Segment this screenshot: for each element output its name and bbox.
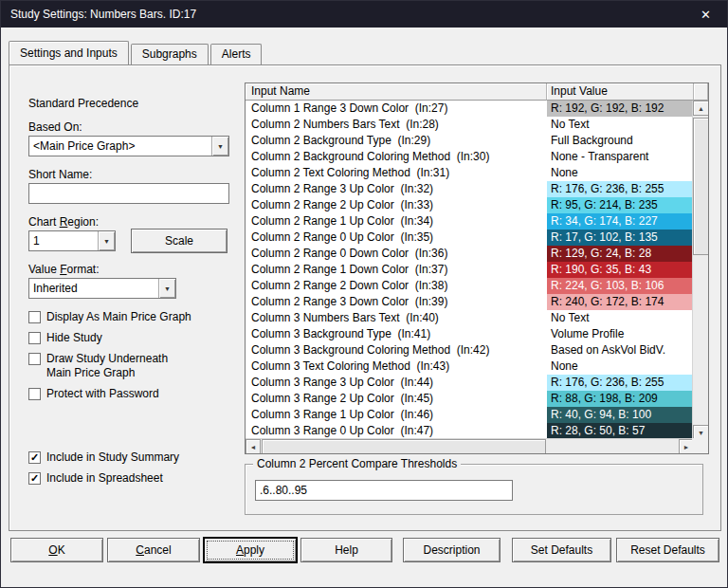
- tab-settings-and-inputs[interactable]: Settings and Inputs: [9, 41, 129, 64]
- horizontal-scrollbar[interactable]: ◄ ►: [246, 438, 694, 453]
- input-value-color-swatch: R: 34, G: 174, B: 227: [547, 213, 694, 230]
- checkbox-unchecked-icon[interactable]: [28, 311, 41, 323]
- based-on-value: <Main Price Graph>: [29, 139, 211, 153]
- input-row[interactable]: Column 2 Range 0 Down Color (In:36)R: 12…: [246, 246, 694, 262]
- tab-alerts[interactable]: Alerts: [210, 44, 263, 64]
- checkbox-checked-icon[interactable]: ✓: [28, 451, 41, 464]
- checkbox-display-as-main-price-graph[interactable]: Display As Main Price Graph: [28, 310, 232, 324]
- checkbox-checked-icon[interactable]: ✓: [28, 472, 41, 485]
- cancel-button[interactable]: Cancel: [107, 538, 200, 562]
- based-on-select[interactable]: <Main Price Graph> ▼: [28, 136, 229, 156]
- horizontal-scroll-thumb[interactable]: [262, 439, 546, 454]
- input-value-color-swatch: R: 17, G: 102, B: 135: [547, 230, 694, 246]
- input-row[interactable]: Column 2 Range 2 Up Color (In:33)R: 95, …: [246, 197, 694, 213]
- input-value-color-swatch: R: 129, G: 24, B: 28: [547, 246, 694, 262]
- input-row[interactable]: Column 2 Text Coloring Method (In:31)Non…: [246, 165, 694, 181]
- titlebar[interactable]: Study Settings: Numbers Bars. ID:17 ✕: [1, 1, 727, 28]
- checkbox-include-in-spreadsheet[interactable]: ✓Include in Spreadsheet: [28, 471, 232, 486]
- input-name-cell: Column 2 Range 0 Up Color (In:35): [246, 230, 547, 246]
- chart-region-select[interactable]: 1 ▼: [28, 230, 116, 251]
- reset-defaults-button[interactable]: Reset Defaults: [616, 538, 719, 562]
- input-row[interactable]: Column 3 Background Coloring Method (In:…: [246, 342, 694, 358]
- chart-region-value: 1: [29, 234, 98, 248]
- input-name-cell: Column 2 Range 2 Down Color (In:38): [246, 278, 547, 294]
- input-row[interactable]: Column 3 Numbers Bars Text (In:40)No Tex…: [246, 310, 694, 326]
- apply-button[interactable]: Apply: [204, 538, 297, 562]
- tab-subgraphs[interactable]: Subgraphs: [131, 44, 209, 64]
- description-button[interactable]: Description: [403, 538, 500, 562]
- input-row[interactable]: Column 3 Range 3 Up Color (In:44)R: 176,…: [246, 375, 694, 391]
- chevron-down-icon[interactable]: ▼: [98, 231, 115, 250]
- input-row[interactable]: Column 2 Range 2 Down Color (In:38)R: 22…: [246, 278, 694, 294]
- input-value-cell: No Text: [547, 117, 694, 133]
- checkbox-label: Hide Study: [46, 331, 102, 345]
- input-name-header[interactable]: Input Name: [246, 83, 547, 101]
- value-format-select[interactable]: Inherited ▼: [28, 278, 176, 299]
- checkbox-unchecked-icon[interactable]: [28, 388, 41, 400]
- input-row[interactable]: Column 1 Range 3 Down Color (In:27)R: 19…: [246, 101, 694, 117]
- scale-button[interactable]: Scale: [131, 229, 228, 253]
- input-value-color-swatch: R: 28, G: 50, B: 57: [547, 423, 694, 439]
- checkbox-label: Protect with Password: [46, 387, 159, 401]
- checkbox-unchecked-icon[interactable]: [28, 332, 41, 344]
- input-row[interactable]: Column 2 Range 1 Up Color (In:34)R: 34, …: [246, 213, 694, 230]
- input-name-cell: Column 3 Numbers Bars Text (In:40): [246, 310, 547, 326]
- input-value-header[interactable]: Input Value: [547, 83, 694, 101]
- help-button[interactable]: Help: [300, 538, 392, 562]
- checkbox-hide-study[interactable]: Hide Study: [28, 331, 232, 345]
- input-name-cell: Column 3 Text Coloring Method (In:43): [246, 358, 547, 375]
- vertical-scroll-thumb[interactable]: [693, 118, 709, 255]
- input-name-cell: Column 3 Background Coloring Method (In:…: [246, 342, 547, 358]
- input-value-color-swatch: R: 88, G: 198, B: 209: [547, 391, 694, 407]
- threshold-input[interactable]: [255, 480, 513, 501]
- input-row[interactable]: Column 3 Range 1 Up Color (In:46)R: 40, …: [246, 407, 694, 423]
- checkbox-label: Display As Main Price Graph: [46, 310, 191, 324]
- checkbox-unchecked-icon[interactable]: [28, 353, 41, 365]
- chevron-down-icon[interactable]: ▼: [158, 279, 175, 298]
- input-name-cell: Column 2 Range 1 Down Color (In:37): [246, 262, 547, 278]
- scroll-up-icon[interactable]: ▲: [693, 101, 709, 116]
- input-row[interactable]: Column 3 Range 2 Up Color (In:45)R: 88, …: [246, 391, 694, 407]
- scroll-left-icon[interactable]: ◄: [246, 439, 261, 454]
- input-row[interactable]: Column 2 Range 1 Down Color (In:37)R: 19…: [246, 262, 694, 278]
- checkbox-draw-study-underneath-main-price-graph[interactable]: Draw Study Underneath Main Price Graph: [28, 352, 232, 380]
- input-name-cell: Column 2 Range 0 Down Color (In:36): [246, 246, 547, 262]
- input-row[interactable]: Column 2 Range 3 Up Color (In:32)R: 176,…: [246, 181, 694, 197]
- header-filler: [694, 83, 708, 101]
- window-title: Study Settings: Numbers Bars. ID:17: [1, 8, 196, 21]
- input-value-color-swatch: R: 190, G: 35, B: 43: [547, 262, 694, 278]
- close-icon[interactable]: ✕: [684, 1, 727, 28]
- input-name-cell: Column 3 Range 2 Up Color (In:45): [246, 391, 547, 407]
- input-name-cell: Column 2 Range 3 Down Color (In:39): [246, 294, 547, 310]
- standard-precedence-label: Standard Precedence: [28, 97, 138, 110]
- input-value-cell: None: [547, 165, 694, 181]
- input-value-color-swatch: R: 224, G: 103, B: 106: [547, 278, 694, 294]
- input-name-cell: Column 3 Background Type (In:41): [246, 326, 547, 342]
- set-defaults-button[interactable]: Set Defaults: [512, 538, 611, 562]
- input-row[interactable]: Column 3 Background Type (In:41)Volume P…: [246, 326, 694, 342]
- checkbox-include-in-study-summary[interactable]: ✓Include in Study Summary: [28, 450, 232, 465]
- input-value-cell: No Text: [547, 310, 694, 326]
- short-name-input[interactable]: [28, 183, 229, 204]
- input-row[interactable]: Column 3 Range 0 Up Color (In:47)R: 28, …: [246, 423, 694, 439]
- vertical-scrollbar[interactable]: ▲ ▼: [692, 101, 708, 440]
- chevron-down-icon[interactable]: ▼: [211, 137, 228, 156]
- checkbox-protect-with-password[interactable]: Protect with Password: [28, 387, 232, 401]
- checkbox-label: Include in Spreadsheet: [46, 471, 163, 486]
- input-value-color-swatch: R: 192, G: 192, B: 192: [547, 101, 694, 117]
- input-value-color-swatch: R: 176, G: 236, B: 255: [547, 181, 694, 197]
- input-row[interactable]: Column 3 Text Coloring Method (In:43)Non…: [246, 358, 694, 375]
- input-value-cell: Full Background: [547, 133, 694, 149]
- list-header: Input Name Input Value: [246, 83, 708, 101]
- input-row[interactable]: Column 2 Range 3 Down Color (In:39)R: 24…: [246, 294, 694, 310]
- input-name-cell: Column 2 Range 2 Up Color (In:33): [246, 197, 547, 213]
- input-value-color-swatch: R: 95, G: 214, B: 235: [547, 197, 694, 213]
- input-row[interactable]: Column 2 Background Type (In:29)Full Bac…: [246, 133, 694, 149]
- inputs-list[interactable]: Input Name Input Value Column 1 Range 3 …: [245, 83, 709, 454]
- input-name-cell: Column 2 Background Type (In:29): [246, 133, 547, 149]
- input-row[interactable]: Column 2 Background Coloring Method (In:…: [246, 149, 694, 165]
- input-row[interactable]: Column 2 Range 0 Up Color (In:35)R: 17, …: [246, 230, 694, 246]
- ok-button[interactable]: OK: [10, 538, 103, 562]
- input-value-color-swatch: R: 40, G: 94, B: 100: [547, 407, 694, 423]
- input-row[interactable]: Column 2 Numbers Bars Text (In:28)No Tex…: [246, 117, 694, 133]
